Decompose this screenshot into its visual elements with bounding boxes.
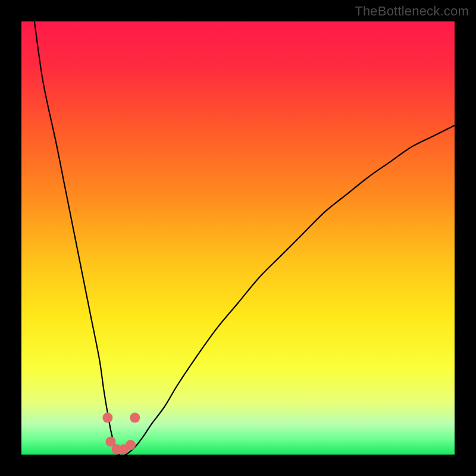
bottleneck-curve <box>35 21 455 455</box>
curve-marker <box>102 413 112 423</box>
chart-frame: TheBottleneck.com <box>0 0 476 476</box>
plot-area <box>21 21 455 455</box>
curve-marker <box>126 440 136 450</box>
curve-markers <box>102 413 140 455</box>
watermark-text: TheBottleneck.com <box>355 4 469 19</box>
curve-layer <box>21 21 455 455</box>
curve-marker <box>130 413 140 423</box>
